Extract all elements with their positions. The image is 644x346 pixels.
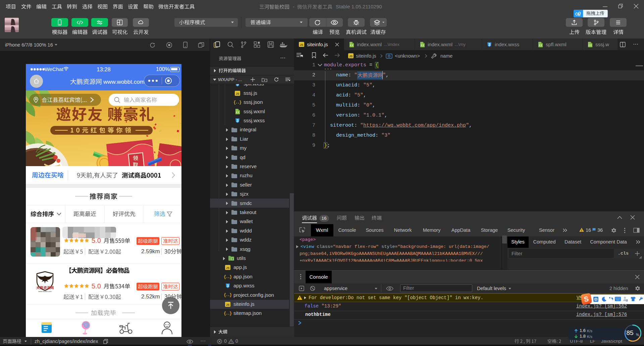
svg-text:JS: JS [226,266,230,270]
svg-text:JS: JS [349,55,353,58]
svg-text:JS: JS [236,92,239,95]
svg-text:JS: JS [226,303,230,306]
svg-text:3: 3 [236,119,238,123]
svg-text:3: 3 [488,43,490,46]
svg-text:3: 3 [227,284,229,288]
svg-text:www.wobbt.com: www.wobbt.com [38,290,52,292]
svg-text:!: ! [581,229,582,232]
svg-text:JS: JS [300,43,304,47]
